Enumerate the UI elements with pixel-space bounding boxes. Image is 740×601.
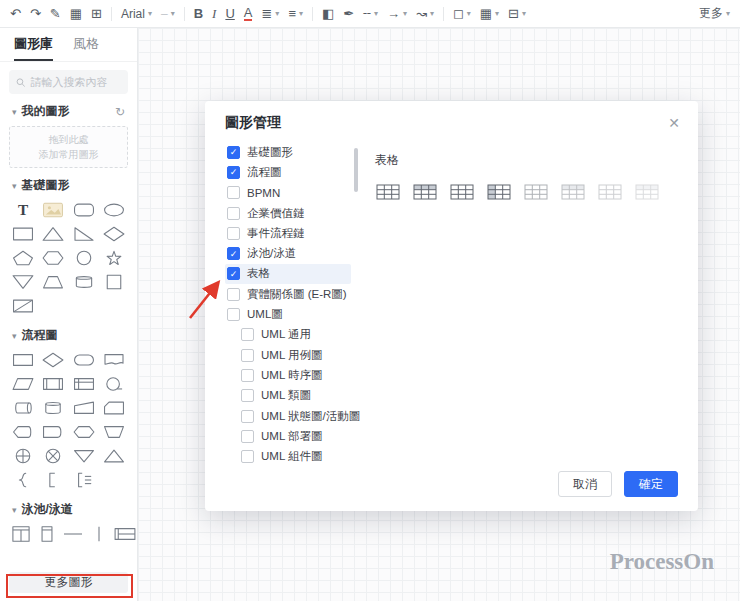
database-shape[interactable] xyxy=(40,398,66,418)
theme-button[interactable]: ▦ xyxy=(70,7,82,20)
vertical-pool-shape[interactable] xyxy=(8,524,34,544)
checkbox-icon[interactable] xyxy=(241,349,254,362)
image-shape[interactable] xyxy=(40,200,66,220)
vertical-lane-shape[interactable] xyxy=(34,524,60,544)
annotation-shape[interactable] xyxy=(71,470,97,490)
italic-button[interactable]: I xyxy=(212,7,216,20)
inverted-triangle-shape[interactable] xyxy=(10,272,36,292)
checkbox-icon[interactable] xyxy=(227,308,240,321)
table-header-row-icon[interactable] xyxy=(412,182,438,202)
data-shape[interactable] xyxy=(10,374,36,394)
checkbox-icon[interactable] xyxy=(227,207,240,220)
category-row[interactable]: BPMN xyxy=(225,183,351,203)
predefined-process-shape[interactable] xyxy=(40,374,66,394)
layout-button[interactable]: ⊟▾ xyxy=(508,7,526,20)
diagonal-rect-shape[interactable] xyxy=(10,296,36,316)
hexagon-shape[interactable] xyxy=(40,248,66,268)
line-spacing-button[interactable]: ≡▾ xyxy=(288,7,303,20)
tab-style[interactable]: 風格 xyxy=(73,35,99,61)
category-row[interactable]: 企業價值鏈 xyxy=(225,203,351,223)
merge-shape[interactable] xyxy=(71,446,97,466)
category-row[interactable]: UML 用例圖 xyxy=(225,345,351,365)
table-light-2-icon[interactable] xyxy=(560,182,586,202)
pentagon-shape[interactable] xyxy=(10,248,36,268)
horizontal-pool-shape[interactable] xyxy=(112,524,138,544)
search-input[interactable] xyxy=(30,76,121,88)
bold-button[interactable]: B xyxy=(194,7,203,20)
cylinder-shape[interactable] xyxy=(71,272,97,292)
ellipse-shape[interactable] xyxy=(101,200,127,220)
table-light-1-icon[interactable] xyxy=(523,182,549,202)
fit-screen-button[interactable]: ⊞ xyxy=(91,7,102,20)
horizontal-divider-shape[interactable] xyxy=(60,524,86,544)
category-row[interactable]: UML 部署圖 xyxy=(225,426,351,446)
decision-shape[interactable] xyxy=(40,350,66,370)
section-my-shapes-header[interactable]: ▾ 我的圖形 ↻ xyxy=(0,96,137,123)
refresh-icon[interactable]: ↻ xyxy=(115,105,125,119)
triangle-shape[interactable] xyxy=(40,224,66,244)
undo-button[interactable]: ↶ xyxy=(10,7,21,20)
checkbox-icon[interactable] xyxy=(241,430,254,443)
line-style-button[interactable]: ╌▾ xyxy=(363,7,378,20)
terminator-shape[interactable] xyxy=(71,350,97,370)
insert-table-button[interactable]: ▦▾ xyxy=(480,7,499,20)
star-shape[interactable] xyxy=(101,248,127,268)
delay-shape[interactable] xyxy=(40,422,66,442)
category-row[interactable]: UML 時序圖 xyxy=(225,365,351,385)
or-junction-shape[interactable] xyxy=(10,446,36,466)
category-row[interactable]: UML圖 xyxy=(225,304,351,324)
preparation-shape[interactable] xyxy=(71,422,97,442)
font-color-button[interactable]: A xyxy=(244,6,253,21)
trapezoid-shape[interactable] xyxy=(40,272,66,292)
rect-shape[interactable] xyxy=(10,224,36,244)
close-icon[interactable]: ✕ xyxy=(668,116,680,130)
fill-color-button[interactable]: ◧ xyxy=(322,7,334,20)
sequential-data-shape[interactable] xyxy=(101,374,127,394)
table-bold-grid-icon[interactable] xyxy=(449,182,475,202)
vertical-divider-shape[interactable] xyxy=(86,524,112,544)
checkbox-checked-icon[interactable]: ✓ xyxy=(227,146,240,159)
tab-shape-library[interactable]: 圖形庫 xyxy=(14,35,53,61)
category-row[interactable]: ✓泳池/泳道 xyxy=(225,243,351,263)
document-shape[interactable] xyxy=(101,350,127,370)
connector-type-button[interactable]: ↝▾ xyxy=(416,7,434,20)
checkbox-icon[interactable] xyxy=(241,369,254,382)
manual-input-shape[interactable] xyxy=(71,398,97,418)
circle-shape[interactable] xyxy=(71,248,97,268)
diamond-shape[interactable] xyxy=(101,224,127,244)
table-plain-icon[interactable] xyxy=(375,182,401,202)
category-row[interactable]: UML 狀態圖/活動圖 xyxy=(225,406,351,426)
format-painter-button[interactable]: ✎ xyxy=(50,7,61,20)
line-color-button[interactable]: ✒ xyxy=(343,7,354,20)
redo-button[interactable]: ↷ xyxy=(30,7,41,20)
checkbox-icon[interactable] xyxy=(241,410,254,423)
checkbox-icon[interactable] xyxy=(241,450,254,463)
internal-storage-shape[interactable] xyxy=(71,374,97,394)
table-header-column-icon[interactable] xyxy=(486,182,512,202)
manual-operation-shape[interactable] xyxy=(101,422,127,442)
checkbox-icon[interactable] xyxy=(241,389,254,402)
checkbox-icon[interactable] xyxy=(227,186,240,199)
right-triangle-shape[interactable] xyxy=(71,224,97,244)
section-flowchart-header[interactable]: ▾ 流程圖 xyxy=(0,320,137,347)
category-row[interactable]: 事件流程鏈 xyxy=(225,223,351,243)
more-button[interactable]: 更多▾ xyxy=(699,5,730,22)
shape-style-button[interactable]: ◻▾ xyxy=(453,7,471,20)
section-swimlane-header[interactable]: ▾ 泳池/泳道 xyxy=(0,494,137,521)
my-shapes-dropzone[interactable]: 拖到此處 添加常用圖形 xyxy=(9,126,128,168)
text-align-button[interactable]: ≣▾ xyxy=(261,7,279,20)
category-row[interactable]: ✓流程圖 xyxy=(225,162,351,182)
category-row[interactable]: 實體關係圖 (E-R圖) xyxy=(225,284,351,304)
more-shapes-button[interactable]: 更多圖形 xyxy=(9,572,128,593)
underline-button[interactable]: U xyxy=(225,7,234,20)
card-shape[interactable] xyxy=(101,398,127,418)
section-basic-header[interactable]: ▾ 基礎圖形 xyxy=(0,170,137,197)
checkbox-checked-icon[interactable]: ✓ xyxy=(227,166,240,179)
table-light-3-icon[interactable] xyxy=(597,182,623,202)
process-shape[interactable] xyxy=(10,350,36,370)
extract-shape[interactable] xyxy=(101,446,127,466)
left-brace-shape[interactable] xyxy=(10,470,36,490)
display-shape[interactable] xyxy=(10,422,36,442)
direct-data-shape[interactable] xyxy=(10,398,36,418)
checkbox-icon[interactable] xyxy=(241,328,254,341)
